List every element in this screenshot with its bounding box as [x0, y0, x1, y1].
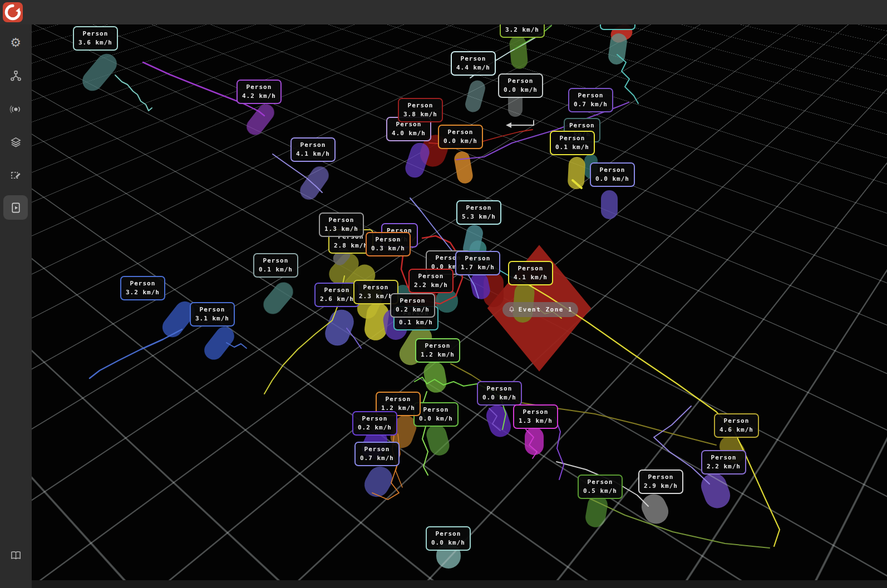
- person-label-class: Person: [443, 128, 477, 137]
- person-label: Person0.2 km/h: [352, 411, 397, 436]
- person-label: Person0.5 km/h: [578, 475, 623, 499]
- person-label-class: Person: [371, 235, 405, 244]
- person-label-speed: 0.0 km/h: [595, 175, 629, 184]
- person-label-speed: 0.1 km/h: [399, 318, 433, 327]
- person-label-class: Person: [720, 417, 753, 426]
- person-label: Person0.0 km/h: [498, 73, 543, 98]
- person-label: Person0.1 km/h: [253, 253, 298, 278]
- person-label-speed: 1.2 km/h: [421, 350, 455, 359]
- person-label-class: Person: [421, 342, 455, 350]
- person-label-speed: 3.8 km/h: [403, 110, 437, 119]
- top-bar: [0, 0, 887, 24]
- person-label: Person3.6 km/h: [73, 26, 118, 51]
- person-label-speed: 4.1 km/h: [296, 150, 330, 159]
- person-cylinder: [509, 35, 528, 70]
- tracking-app-window: ⚙: [0, 0, 887, 588]
- person-cylinder: [601, 190, 618, 219]
- person-label-speed: 3.1 km/h: [195, 314, 229, 323]
- scene-canvas[interactable]: Event Zone 1 Person3.2 km/hPerson3.6 km/…: [32, 24, 887, 580]
- person-label-class: Person: [644, 473, 678, 482]
- person-label-class: Person: [569, 121, 595, 130]
- person-label-speed: 3.2 km/h: [126, 288, 160, 297]
- person-label-speed: 5.3 km/h: [462, 213, 496, 221]
- person-cylinder: [525, 427, 544, 455]
- person-label: [600, 24, 635, 30]
- person-label-class: Person: [414, 272, 448, 281]
- sidebar-item-sensors[interactable]: [3, 97, 28, 121]
- sidebar-item-pipelines[interactable]: [3, 63, 28, 88]
- sidebar-item-playback[interactable]: [3, 195, 28, 220]
- person-label-class: Person: [242, 83, 276, 92]
- person-label: Person2.9 km/h: [638, 470, 683, 494]
- person-label-class: Person: [574, 91, 608, 100]
- person-label-speed: 1.3 km/h: [324, 225, 358, 234]
- person-label: Person2.2 km/h: [701, 450, 746, 475]
- person-label-speed: 0.5 km/h: [583, 487, 617, 496]
- sidebar-item-documentation[interactable]: [3, 543, 28, 567]
- person-label-speed: 2.8 km/h: [334, 241, 368, 250]
- person-label: Person0.0 km/h: [426, 526, 471, 551]
- person-label-class: Person: [324, 216, 358, 225]
- person-label-speed: 0.0 km/h: [431, 538, 465, 547]
- sidebar-item-layers[interactable]: [3, 130, 28, 154]
- person-label: Person2.6 km/h: [314, 283, 359, 307]
- person-label-speed: 3.2 km/h: [505, 26, 539, 34]
- person-label-speed: 0.0 km/h: [419, 414, 453, 423]
- person-label-class: Person: [403, 101, 437, 110]
- person-label-speed: 2.2 km/h: [707, 462, 741, 471]
- person-label-class: Person: [259, 256, 293, 265]
- person-label-speed: 0.2 km/h: [396, 305, 430, 314]
- person-cylinder: [568, 156, 586, 189]
- person-label: Person1.3 km/h: [513, 404, 558, 429]
- person-label-class: Person: [359, 283, 393, 292]
- person-label-class: Person: [320, 286, 354, 295]
- person-label-class: Person: [504, 77, 538, 86]
- person-label: Person0.1 km/h: [550, 131, 595, 155]
- person-label-speed: 1.3 km/h: [519, 417, 553, 426]
- person-label: Person0.0 km/h: [477, 381, 522, 406]
- person-label-class: Person: [482, 384, 516, 393]
- radar-icon: [9, 103, 22, 116]
- bell-icon: [508, 306, 515, 313]
- person-label: Person0.2 km/h: [390, 293, 435, 318]
- person-label-class: Person: [583, 478, 617, 487]
- gear-icon: ⚙: [10, 37, 21, 49]
- person-label: Person0.0 km/h: [438, 125, 483, 149]
- event-zone-text: Event Zone 1: [519, 306, 573, 313]
- logo-rotate-icon: [3, 2, 23, 22]
- sidebar: ⚙: [0, 24, 32, 588]
- person-label-speed: 0.2 km/h: [358, 423, 392, 432]
- person-label: Person3.2 km/h: [500, 24, 545, 38]
- layers-icon: [9, 136, 22, 149]
- person-label: Person0.0 km/h: [590, 162, 635, 187]
- person-label-speed: 4.1 km/h: [514, 273, 548, 282]
- sidebar-item-settings[interactable]: ⚙: [3, 31, 28, 55]
- person-label-speed: 0.0 km/h: [443, 137, 477, 146]
- person-label-speed: 4.2 km/h: [242, 92, 276, 101]
- person-label-class: Person: [358, 414, 392, 423]
- person-label-speed: 4.6 km/h: [720, 426, 753, 434]
- person-label-speed: 0.0 km/h: [482, 393, 516, 402]
- person-label: Person3.8 km/h: [398, 98, 443, 122]
- person-label-class: Person: [461, 254, 495, 263]
- person-label-class: Person: [396, 297, 430, 305]
- person-label-class: Person: [126, 279, 160, 288]
- person-label: Person3.1 km/h: [190, 302, 235, 327]
- network-icon: [9, 70, 22, 82]
- person-label: Person3.2 km/h: [120, 276, 165, 300]
- bottom-bar: [32, 580, 887, 588]
- person-label-speed: 0.7 km/h: [360, 454, 394, 463]
- person-label-speed: 0.7 km/h: [574, 100, 608, 109]
- person-label-speed: 2.3 km/h: [359, 292, 393, 301]
- person-label-speed: 0.0 km/h: [504, 86, 538, 95]
- person-label-class: Person: [431, 530, 465, 538]
- sidebar-item-zone-editor[interactable]: [3, 162, 28, 187]
- person-label-speed: 3.6 km/h: [78, 38, 112, 47]
- person-label: Person4.1 km/h: [290, 137, 336, 162]
- book-icon: [9, 549, 22, 562]
- person-label: Person4.4 km/h: [451, 51, 496, 76]
- person-label: Person1.7 km/h: [455, 251, 500, 275]
- person-label: Person4.6 km/h: [714, 413, 759, 438]
- app-logo[interactable]: [3, 2, 23, 22]
- polygon-edit-icon: [9, 169, 22, 181]
